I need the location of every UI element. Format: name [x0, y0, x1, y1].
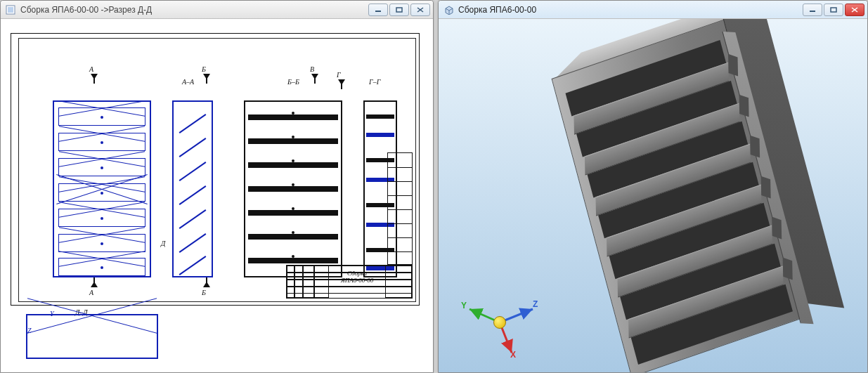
section-marker-a-bottom: А — [89, 289, 93, 296]
axis-label-x: X — [510, 350, 516, 360]
section-marker-g-top: Г — [337, 71, 341, 79]
section-label-aa: А–А — [182, 78, 194, 86]
axis-label-y: Y — [461, 301, 467, 310]
arrow-icon — [91, 277, 98, 287]
title-bar-3d[interactable]: Сборка ЯПА6-00-00 — [439, 1, 867, 19]
triad-origin-icon — [493, 316, 506, 329]
window-controls-3d — [803, 4, 864, 16]
close-button[interactable] — [845, 4, 864, 16]
orientation-triad[interactable]: X Y Z — [460, 274, 544, 358]
window-title-3d: Сборка ЯПА6-00-00 — [458, 5, 803, 15]
section-label-bb: Б–Б — [287, 78, 299, 86]
title-block: Сборка ЯПА6-00-00 — [286, 265, 413, 299]
drawing-viewport[interactable]: А А–А Б Б–Б В Г Г–Г — [1, 19, 433, 372]
section-marker-d: Д — [161, 240, 165, 247]
doc-2d-icon — [5, 4, 16, 15]
maximize-button[interactable] — [824, 4, 843, 16]
section-marker-v-top: В — [310, 65, 314, 73]
axis-label-z: Z — [533, 299, 538, 309]
svg-rect-3 — [396, 8, 402, 12]
minimize-button[interactable] — [368, 4, 388, 16]
arrow-icon — [203, 277, 210, 287]
maximize-button[interactable] — [389, 4, 409, 16]
3d-viewport[interactable]: X Y Z — [439, 19, 867, 372]
view-front — [53, 100, 151, 277]
svg-rect-11 — [831, 8, 836, 12]
window-3d-model: Сборка ЯПА6-00-00 — [438, 0, 868, 373]
section-marker-a-top: А — [89, 65, 93, 73]
arrow-icon — [91, 74, 98, 84]
title-bar-2d[interactable]: Сборка ЯПА6-00-00 ->Разрез Д-Д — [1, 1, 433, 19]
window-controls-2d — [368, 4, 430, 16]
view-plan-dd — [26, 314, 158, 359]
doc-3d-icon — [443, 4, 454, 15]
titleblock-side-column — [387, 152, 413, 265]
sheet-frame: А А–А Б Б–Б В Г Г–Г — [18, 38, 416, 302]
titleblock-name: Сборка ЯПА6-00-00 — [330, 270, 384, 284]
arrow-icon — [338, 79, 345, 89]
arrow-icon — [311, 74, 318, 84]
section-marker-b-bottom: Б — [202, 289, 206, 296]
svg-rect-1 — [8, 7, 13, 13]
arrow-icon — [203, 74, 210, 84]
section-marker-b-top: Б — [202, 65, 206, 73]
view-side-aa — [172, 100, 213, 277]
window-2d-drawing: Сборка ЯПА6-00-00 ->Разрез Д-Д А А–А Б Б… — [0, 0, 434, 373]
section-label-gg: Г–Г — [369, 78, 380, 86]
sheet-border: А А–А Б Б–Б В Г Г–Г — [11, 33, 420, 306]
view-section-bb — [244, 100, 342, 277]
minimize-button[interactable] — [803, 4, 822, 16]
close-button[interactable] — [410, 4, 430, 16]
window-title-2d: Сборка ЯПА6-00-00 ->Разрез Д-Д — [20, 5, 368, 15]
